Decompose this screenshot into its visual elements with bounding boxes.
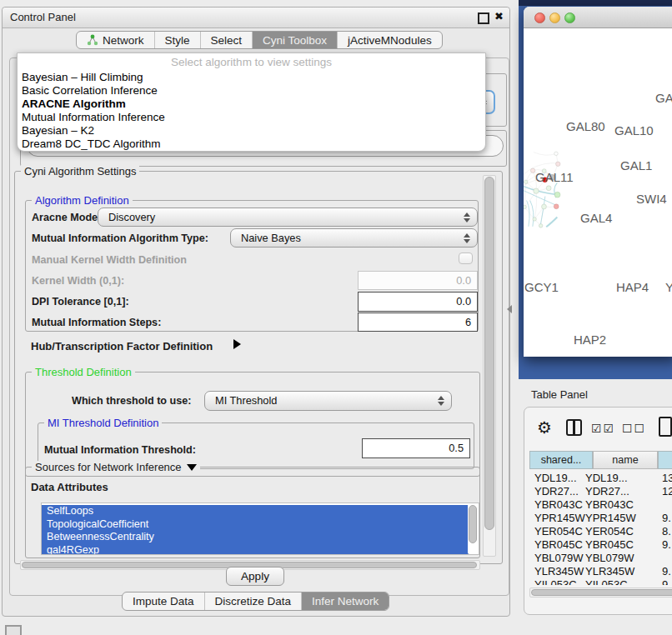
control-panel-title: Control Panel	[10, 11, 76, 23]
node-bottom[interactable]	[539, 224, 543, 228]
traffic-light-close[interactable]	[534, 12, 545, 23]
dpi-tolerance-field[interactable]: 0.0	[358, 292, 478, 312]
cell[interactable]: 8.	[662, 525, 671, 538]
node-gal80[interactable]	[530, 168, 534, 172]
cell[interactable]: YDL19...	[534, 472, 577, 484]
data-attributes-list[interactable]: SelfLoops TopologicalCoefficient Between…	[41, 502, 479, 555]
cell[interactable]: YDR27...	[534, 485, 579, 498]
node-gal1[interactable]	[546, 186, 551, 191]
cell[interactable]: YBR045C	[585, 538, 634, 551]
node-unlabeled[interactable]	[554, 152, 559, 156]
traffic-light-zoom[interactable]	[564, 12, 575, 23]
cell[interactable]: YIL053C	[534, 578, 577, 585]
tab-cyni-toolbox[interactable]: Cyni Toolbox	[253, 32, 338, 48]
node-hap2[interactable]	[533, 218, 537, 222]
traffic-light-minimize[interactable]	[549, 12, 560, 23]
column-header-name[interactable]: name	[593, 451, 658, 469]
list-vscrollbar-thumb[interactable]	[469, 505, 477, 543]
mi-type-combo[interactable]: Naive Bayes	[230, 228, 478, 248]
checked-boxes-icon[interactable]: ☑☑	[591, 422, 615, 435]
which-threshold-combo[interactable]: MI Threshold	[204, 391, 452, 411]
tab-select[interactable]: Select	[201, 32, 253, 48]
tab-select-label: Select	[211, 34, 243, 47]
cell[interactable]: YLR345W	[534, 565, 584, 578]
node-gal11[interactable]	[524, 180, 528, 184]
gear-icon[interactable]: ⚙	[537, 418, 552, 438]
cell[interactable]: YDL19...	[585, 472, 628, 484]
collapsed-panel-button[interactable]	[5, 625, 22, 635]
cell[interactable]: 13	[662, 472, 672, 484]
node-gcy1[interactable]	[524, 205, 526, 209]
cell[interactable]: YDR27...	[585, 485, 629, 498]
column-header-shared[interactable]: shared...	[529, 451, 593, 469]
apply-button[interactable]: Apply	[226, 567, 284, 586]
network-window-titlebar[interactable]	[524, 7, 672, 28]
list-item[interactable]: BetweennessCentrality	[42, 531, 474, 544]
apply-button-label: Apply	[241, 570, 269, 582]
list-item[interactable]: gal4RGexp	[42, 544, 474, 556]
cell[interactable]: YER054C	[585, 525, 634, 538]
tab-infer-network[interactable]: Infer Network	[302, 592, 389, 610]
cell[interactable]: 9.	[662, 538, 671, 551]
node-y[interactable]	[554, 204, 559, 209]
which-threshold-label: Which threshold to use:	[72, 395, 191, 407]
tab-impute-data[interactable]: Impute Data	[123, 592, 205, 610]
list-item[interactable]: TopologicalCoefficient	[42, 518, 474, 532]
node-gal4[interactable]	[534, 188, 539, 193]
cell[interactable]: 12	[662, 485, 672, 498]
node-label-gcy1: GCY1	[524, 280, 559, 294]
cell[interactable]: YBR043C	[585, 498, 634, 511]
algorithm-option-selected[interactable]: ARACNE Algorithm	[22, 98, 126, 110]
cell[interactable]: YPR145W	[585, 512, 636, 524]
algorithm-option[interactable]: Bayesian – Hill Climbing	[22, 71, 143, 83]
node-label-gal11: GAL11	[535, 170, 574, 184]
settings-vscrollbar-thumb[interactable]	[484, 177, 494, 530]
tab-discretize-data[interactable]: Discretize Data	[205, 592, 303, 610]
kernel-width-label: Kernel Width (0,1):	[32, 275, 124, 287]
list-vscrollbar[interactable]	[468, 503, 479, 554]
tab-network[interactable]: Network	[77, 32, 155, 48]
desktop-top-edge	[519, 0, 672, 6]
table-hscrollbar[interactable]	[529, 588, 672, 598]
algorithm-option[interactable]: Mutual Information Inference	[22, 111, 165, 123]
cell[interactable]: YBR045C	[534, 538, 583, 551]
cell[interactable]: 9.	[662, 565, 671, 578]
tab-jactivemnodules[interactable]: jActiveMNodules	[338, 32, 442, 48]
mi-steps-field[interactable]: 6	[358, 312, 478, 332]
aracne-mode-value: Discovery	[108, 211, 155, 223]
columns-icon[interactable]	[566, 419, 582, 436]
cell[interactable]: YER054C	[534, 525, 583, 538]
cell[interactable]: 9	[662, 578, 668, 585]
cell[interactable]: 9.	[662, 512, 671, 524]
float-window-icon[interactable]	[478, 12, 489, 24]
table-hscrollbar-thumb[interactable]	[531, 589, 672, 596]
column-header-cut[interactable]	[658, 451, 672, 469]
close-panel-icon[interactable]: ✖	[494, 10, 504, 22]
node-swi4[interactable]	[554, 192, 560, 198]
cell[interactable]: YBL079W	[534, 552, 584, 564]
control-panel-titlebar[interactable]: Control Panel ✖	[3, 8, 509, 28]
panel-collapse-handle[interactable]	[507, 305, 512, 313]
tab-infer-network-label: Infer Network	[312, 595, 379, 608]
algorithm-option[interactable]: Dream8 DC_TDC Algorithm	[22, 138, 161, 150]
algorithm-option[interactable]: Bayesian – K2	[22, 124, 94, 137]
cell[interactable]: YIL053C	[585, 578, 628, 585]
kernel-width-field[interactable]: 0.0	[358, 271, 478, 290]
tab-style[interactable]: Style	[155, 32, 201, 48]
list-item[interactable]: SelfLoops	[42, 505, 474, 518]
cell[interactable]: YBR043C	[534, 498, 583, 511]
hub-expand-arrow-icon[interactable]	[233, 339, 241, 349]
node-hap4[interactable]	[542, 204, 547, 209]
manual-kernel-checkbox[interactable]	[459, 252, 473, 264]
cell[interactable]: YPR145W	[534, 512, 585, 524]
settings-vscrollbar[interactable]	[483, 175, 496, 557]
cell[interactable]: YBL079W	[585, 552, 634, 564]
sources-collapse-arrow-icon[interactable]	[187, 464, 197, 471]
file-icon[interactable]	[659, 417, 672, 437]
mi-threshold-field[interactable]: 0.5	[362, 438, 470, 458]
aracne-mode-combo[interactable]: Discovery	[98, 208, 478, 227]
unchecked-boxes-icon[interactable]: ☐☐	[622, 422, 646, 435]
cell[interactable]: YLR345W	[585, 565, 634, 578]
node-gal-right[interactable]	[556, 162, 560, 166]
algorithm-option[interactable]: Basic Correlation Inference	[22, 84, 158, 97]
